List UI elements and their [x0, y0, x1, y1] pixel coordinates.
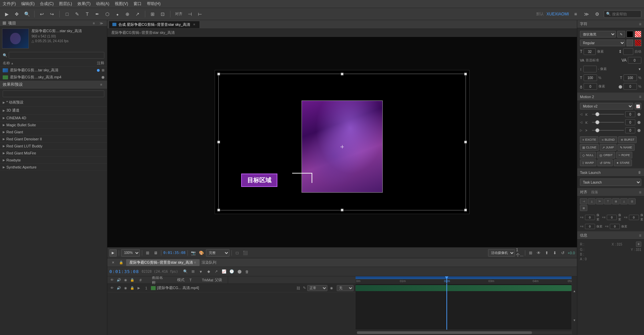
tool-extra1[interactable]: ⊞ [149, 10, 157, 18]
tool-extra2[interactable]: ⊡ [159, 10, 167, 18]
comp-tab-main[interactable]: 合成 星际争霸CG剪辑--背景音star sky_高清 ≡ [109, 21, 200, 28]
tl-row-audio[interactable]: 🔊 [116, 285, 121, 291]
effect-group-synthetic-header[interactable]: ▶ Synthetic Aperture [0, 164, 107, 171]
task-delete-btn[interactable]: 🗑 [638, 171, 641, 174]
font-stroke-swatch[interactable] [635, 31, 641, 38]
handle-bm[interactable] [341, 209, 343, 211]
baseline-input[interactable] [584, 83, 597, 90]
align-top-btn[interactable]: ⊤ [604, 198, 611, 204]
vc-import-icon[interactable]: ⬇ [551, 250, 558, 256]
tool-arrow[interactable]: ↗ [133, 10, 142, 18]
align-extra2[interactable]: ⊞ [580, 205, 587, 211]
typography-menu-btn[interactable]: ≡ [639, 22, 641, 26]
vc-play-btn[interactable]: ▶ [109, 249, 117, 257]
tool-pen[interactable]: ✎ [73, 10, 81, 18]
font-edit-btn[interactable]: ✎ [617, 31, 625, 38]
effects-menu-btn[interactable]: ≡ [98, 82, 104, 88]
tool-undo[interactable]: ↩ [38, 10, 46, 18]
tool-zoom[interactable]: 🔍 [23, 10, 31, 18]
tl-close-btn[interactable]: ✕ [110, 260, 116, 266]
motion-rope-btn[interactable]: ~ ROPE [616, 152, 632, 158]
vc-eye-icon[interactable]: 👁 [535, 250, 542, 256]
info-menu-btn[interactable]: ≡ [639, 233, 641, 238]
handle-br[interactable] [464, 209, 467, 211]
effect-group-lut-buddy-header[interactable]: ▶ Red Giant LUT Buddy [0, 143, 107, 149]
motion-name-btn[interactable]: ✎ NAME [618, 144, 635, 151]
slider2-track[interactable] [592, 122, 624, 123]
tl-search-btn[interactable]: 🔍 [182, 268, 189, 275]
vc-zoom-select[interactable]: 100% 50% 200% [121, 249, 140, 257]
vc-camera-select[interactable]: 活动摄像机 [488, 249, 515, 257]
project-search[interactable]: 🔍 [0, 51, 107, 60]
slider3-left-arrow[interactable]: ▷ [580, 129, 584, 132]
handle-ml[interactable] [217, 141, 220, 143]
tl-audio-col-btn[interactable]: 🔊 [116, 277, 121, 283]
tl-scroll-thumb[interactable] [357, 331, 532, 334]
tl-row-trkmat-select[interactable]: 无 [337, 285, 354, 291]
align-right-btn[interactable]: ⊢ [596, 198, 603, 204]
task-select[interactable]: Task Launch [580, 179, 641, 186]
vc-reset-icon[interactable]: ↺ [559, 250, 566, 256]
tl-trash-btn[interactable]: 🗑 [244, 268, 251, 275]
menu-compose[interactable]: 合成(C) [40, 1, 54, 7]
vc-snapshot-icon[interactable]: 📷 [190, 250, 197, 256]
offset-input2[interactable] [610, 224, 620, 229]
menu-layer[interactable]: 图层(L) [59, 1, 72, 7]
menu-animate[interactable]: 动画(A) [96, 1, 109, 7]
motion-null-btn[interactable]: ◇ NULL [580, 152, 596, 158]
align-menu-btn[interactable]: ≡ [639, 190, 641, 195]
motion-clone-btn[interactable]: ⊞ CLONE [580, 144, 599, 151]
tl-lock-btn[interactable]: 🔒 [118, 260, 124, 266]
tl-tab-menu[interactable]: ≡ [194, 261, 196, 264]
effect-group-red-giant-header[interactable]: ▶ Red Giant [0, 129, 107, 135]
handle-mr[interactable] [464, 141, 467, 143]
tl-row-lock[interactable]: 🔒 [129, 285, 135, 291]
tl-row-edit[interactable]: ✎ [303, 286, 306, 290]
tl-row-trk-icon[interactable]: ◉ [330, 286, 335, 290]
scale-h-input[interactable] [584, 74, 597, 81]
tl-marker-btn[interactable]: ▼ [198, 268, 204, 275]
info-add-btn[interactable]: + [636, 242, 641, 247]
dist-input3[interactable] [629, 215, 639, 220]
tl-row-eye[interactable]: 👁 [109, 285, 115, 291]
tool-text[interactable]: T [83, 10, 91, 18]
tool-pin[interactable]: ⬥ [113, 10, 121, 18]
vc-export-icon[interactable]: ⬆ [543, 250, 550, 256]
project-item-comp[interactable]: 星际争霸CG剪....tar sky_高清 ⊞ [0, 67, 107, 74]
handle-bl[interactable] [217, 209, 220, 211]
expand-btn[interactable]: ≫ [582, 10, 590, 18]
tool-align1[interactable]: ⊣ [186, 10, 194, 18]
vc-rect-icon[interactable]: □ [234, 250, 240, 256]
project-expand-btn[interactable]: ≫ [98, 20, 104, 26]
dist-input2[interactable] [607, 215, 617, 220]
help-search-input[interactable] [612, 12, 639, 16]
style-swatch2[interactable] [635, 40, 641, 46]
menu-edit[interactable]: 编辑(E) [21, 1, 35, 7]
align-bottom-btn[interactable]: ⊥ [620, 198, 628, 204]
tl-eye-col-btn[interactable]: 👁 [109, 277, 115, 283]
motion2-menu-btn[interactable]: ≡ [639, 94, 641, 99]
slider3-thumb[interactable] [595, 128, 599, 132]
tl-current-time[interactable]: 0:01:35:08 [109, 269, 139, 274]
settings-btn[interactable]: ⚙ [593, 10, 601, 18]
slider1-value[interactable] [625, 111, 635, 117]
vc-transparent-icon[interactable]: ⬛ [242, 250, 249, 256]
slider2-thumb[interactable] [595, 120, 599, 124]
tl-ripple-btn[interactable]: ⊞ [190, 268, 197, 275]
tl-row-mode-select[interactable]: 正常 叠加 [307, 285, 327, 291]
tl-comp-tab[interactable]: 星际争霸CG剪辑--背景音star sky_高清 ≡ [126, 259, 200, 266]
tl-scrollbar[interactable] [356, 330, 577, 335]
tl-graph-btn[interactable]: 📈 [221, 268, 227, 275]
help-search[interactable]: 🔍 [604, 10, 641, 18]
effect-group-cinema4d-header[interactable]: ▶ CINEMA 4D [0, 115, 107, 121]
effects-search[interactable] [0, 89, 107, 98]
tool-align2[interactable]: ⊢ [196, 10, 204, 18]
motion-graph-btn[interactable]: 📈 [635, 103, 641, 110]
motion-jump-btn[interactable]: ↗ JUMP [600, 144, 616, 151]
slider1-thumb[interactable] [595, 112, 599, 116]
font-size-input[interactable] [584, 48, 596, 55]
comp-extra-btn[interactable]: ⊞ [102, 68, 104, 72]
motion-warp-btn[interactable]: ⌇ WARP [580, 159, 596, 166]
slider1-side-btn[interactable]: ⬤ [637, 111, 641, 117]
vc-color-icon[interactable]: 🎨 [198, 250, 205, 256]
